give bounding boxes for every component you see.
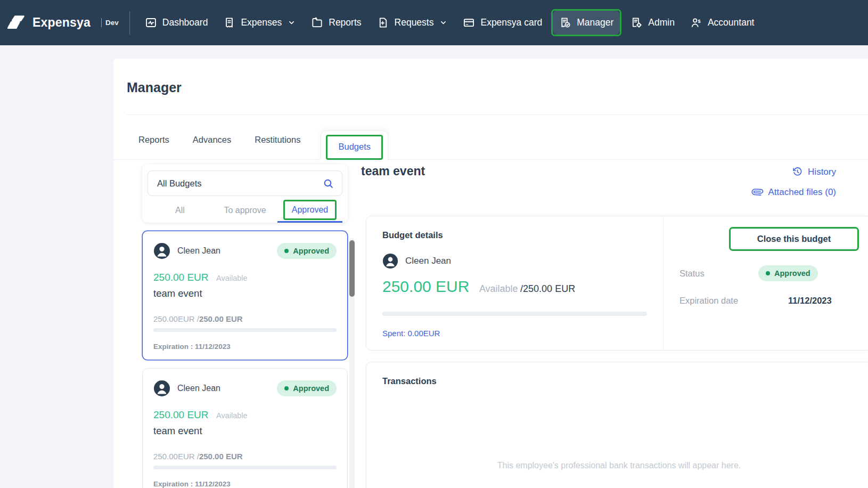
budget-details-heading: Budget details (382, 230, 647, 240)
nav-item-label: Manager (577, 17, 613, 28)
total-amount: /250.00 EUR (520, 283, 575, 294)
nav-item-admin[interactable]: Admin (624, 11, 681, 35)
annotation-box-budgets: Budgets (326, 135, 383, 160)
annotation-box-close-budget: Close this budget (729, 227, 859, 251)
nav-item-reports[interactable]: Reports (305, 11, 367, 35)
nav-item-label: Accountant (708, 17, 755, 28)
transactions-empty-message: This employee's professional bank transa… (382, 461, 856, 470)
status-row: Status Approved (679, 265, 859, 281)
history-icon (792, 166, 803, 177)
svg-text:$: $ (698, 19, 700, 24)
page-title: Manager (113, 59, 868, 95)
reports-icon (311, 17, 323, 29)
nav-item-label: Dashboard (162, 17, 208, 28)
budget-name: team event (153, 288, 337, 299)
search-icon[interactable] (323, 178, 334, 189)
expiration-field-label: Expiration date (679, 296, 758, 306)
tab-reports[interactable]: Reports (127, 135, 181, 159)
filter-all[interactable]: All (172, 197, 188, 223)
history-link[interactable]: History (792, 166, 836, 177)
filter-to-approve[interactable]: To approve (220, 197, 269, 223)
env-label: Dev (105, 19, 119, 27)
nav-item-label: Requests (395, 17, 434, 28)
tab-restitutions[interactable]: Restitutions (243, 135, 312, 159)
nav-item-dashboard[interactable]: Dashboard (138, 11, 215, 35)
nav-item-expensya-card[interactable]: Expensya card (456, 11, 548, 35)
budget-search-input[interactable] (156, 178, 323, 189)
brand-env: Dev (101, 18, 119, 27)
user-avatar-icon (153, 242, 170, 259)
attached-files-label: Attached files (0) (768, 187, 836, 198)
brand[interactable]: Expensya Dev (7, 14, 119, 31)
budget-usage: 250.00EUR /250.00 EUR (153, 452, 337, 461)
budget-name: team event (153, 425, 337, 437)
usage-total: 250.00 EUR (199, 452, 243, 461)
filter-approved[interactable]: Approved (285, 201, 335, 218)
budget-usage: 250.00EUR /250.00 EUR (153, 314, 337, 323)
manager-icon (559, 17, 571, 29)
budget-detail-panel: team event History Attached files (0) (361, 164, 868, 488)
status-label: Approved (293, 384, 329, 393)
attached-files-link[interactable]: Attached files (0) (752, 186, 836, 198)
usage-spent: 250.00EUR / (153, 452, 199, 461)
app-root: Expensya Dev Dashboard Expenses Reports (0, 0, 868, 488)
nav-items: Dashboard Expenses Reports Requests Expe… (138, 9, 761, 36)
tab-budgets[interactable]: Budgets (327, 136, 381, 158)
available-amount: 250.00 EUR (382, 278, 469, 295)
env-divider (101, 18, 102, 27)
status-label: Approved (293, 247, 329, 255)
expiration-text: Expiration : 11/12/2023 (153, 480, 337, 488)
list-scrollbar[interactable] (349, 238, 355, 488)
status-badge: Approved (277, 380, 337, 396)
nav-item-manager[interactable]: Manager (553, 11, 620, 35)
status-badge: Approved (758, 265, 818, 281)
status-dot-icon (284, 386, 289, 391)
progress-bar (153, 466, 337, 469)
expiration-row: Expiration date 11/12/2023 (679, 296, 859, 306)
nav-item-accountant[interactable]: $ Accountant (684, 11, 761, 35)
nav-item-label: Admin (648, 17, 675, 28)
budget-details-card: Budget details Cleen Jean 250.00 EUR Ava… (366, 216, 868, 351)
budget-card[interactable]: Cleen Jean Approved 250.00 EUR Available… (142, 231, 348, 360)
dashboard-icon (145, 17, 157, 29)
status-label: Approved (774, 269, 810, 278)
accountant-icon: $ (690, 17, 702, 29)
transactions-card: Transactions This employee's professiona… (366, 362, 868, 488)
owner-row: Cleen Jean (382, 253, 647, 269)
tabs-bar: Reports Advances Restitutions Budgets (113, 115, 868, 160)
navbar-divider (129, 11, 130, 35)
available-amount: 250.00 EUR (153, 272, 209, 283)
user-avatar-icon (382, 253, 398, 269)
transactions-heading: Transactions (382, 376, 856, 386)
paperclip-icon (750, 184, 766, 200)
admin-icon (630, 17, 643, 29)
nav-item-label: Reports (329, 17, 361, 28)
usage-spent: 250.00EUR / (153, 314, 199, 323)
progress-bar (382, 312, 647, 316)
budget-list-panel: All To approve Approved (142, 164, 348, 488)
nav-item-label: Expensya card (480, 17, 542, 28)
tab-budgets-shell: Budgets (321, 131, 388, 160)
available-label: Available (216, 411, 248, 420)
chevron-down-icon (439, 19, 447, 27)
budget-card[interactable]: Cleen Jean Approved 250.00 EUR Available… (142, 368, 348, 488)
nav-item-expenses[interactable]: Expenses (217, 11, 302, 35)
detail-links: History Attached files (0) (752, 166, 836, 198)
usage-total: 250.00 EUR (199, 314, 243, 323)
amount-row: 250.00 EUR Available /250.00 EUR (382, 278, 647, 296)
nav-item-requests[interactable]: Requests (371, 11, 454, 35)
scrollbar-thumb[interactable] (349, 240, 355, 297)
spent-link[interactable]: Spent: 0.00EUR (382, 329, 440, 338)
user-avatar-icon (153, 380, 170, 397)
budget-owner-name: Cleen Jean (177, 384, 270, 393)
detail-header: team event History Attached files (0) (361, 164, 868, 198)
budget-details-info: Budget details Cleen Jean 250.00 EUR Ava… (366, 216, 663, 350)
status-field-label: Status (679, 269, 758, 279)
close-button-row: Close this budget (679, 227, 859, 251)
budget-search-card: All To approve Approved (142, 164, 348, 223)
requests-icon (377, 17, 389, 29)
budget-card-header: Cleen Jean Approved (153, 242, 337, 259)
available-label: Available (216, 274, 248, 282)
close-budget-button[interactable]: Close this budget (731, 229, 857, 249)
tab-advances[interactable]: Advances (181, 135, 243, 159)
